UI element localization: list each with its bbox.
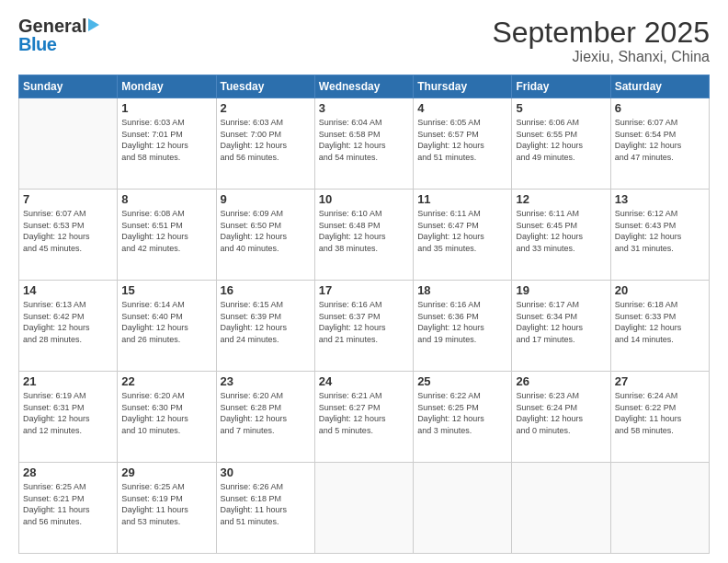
calendar-table: Sunday Monday Tuesday Wednesday Thursday… (18, 75, 710, 554)
calendar-week-row: 14Sunrise: 6:13 AM Sunset: 6:42 PM Dayli… (19, 281, 710, 372)
day-number: 27 (615, 374, 705, 388)
day-info: Sunrise: 6:07 AM Sunset: 6:53 PM Dayligh… (23, 208, 113, 254)
day-number: 30 (221, 465, 311, 479)
day-info: Sunrise: 6:19 AM Sunset: 6:31 PM Dayligh… (23, 390, 113, 436)
col-thursday: Thursday (414, 75, 512, 98)
table-row: 21Sunrise: 6:19 AM Sunset: 6:31 PM Dayli… (19, 372, 118, 463)
day-number: 2 (221, 101, 311, 115)
day-number: 4 (417, 101, 507, 115)
table-row: 20Sunrise: 6:18 AM Sunset: 6:33 PM Dayli… (610, 281, 709, 372)
day-info: Sunrise: 6:06 AM Sunset: 6:55 PM Dayligh… (516, 117, 606, 163)
table-row (314, 463, 413, 554)
day-number: 14 (23, 283, 113, 297)
day-info: Sunrise: 6:17 AM Sunset: 6:34 PM Dayligh… (516, 299, 606, 345)
table-row: 24Sunrise: 6:21 AM Sunset: 6:27 PM Dayli… (314, 372, 413, 463)
col-friday: Friday (512, 75, 610, 98)
svg-marker-0 (88, 18, 99, 31)
day-number: 19 (516, 283, 606, 297)
table-row: 13Sunrise: 6:12 AM Sunset: 6:43 PM Dayli… (610, 190, 709, 281)
calendar-subtitle: Jiexiu, Shanxi, China (492, 49, 710, 65)
calendar-week-row: 7Sunrise: 6:07 AM Sunset: 6:53 PM Daylig… (19, 190, 710, 281)
page: General Blue September 2025 Jiexiu, Shan… (0, 0, 728, 563)
calendar-title: September 2025 (492, 17, 710, 49)
table-row: 23Sunrise: 6:20 AM Sunset: 6:28 PM Dayli… (216, 372, 314, 463)
table-row: 18Sunrise: 6:16 AM Sunset: 6:36 PM Dayli… (414, 281, 512, 372)
day-number: 21 (23, 374, 113, 388)
table-row: 3Sunrise: 6:04 AM Sunset: 6:58 PM Daylig… (314, 98, 413, 190)
calendar-header-row: Sunday Monday Tuesday Wednesday Thursday… (19, 75, 710, 98)
day-info: Sunrise: 6:20 AM Sunset: 6:28 PM Dayligh… (221, 390, 311, 436)
table-row: 19Sunrise: 6:17 AM Sunset: 6:34 PM Dayli… (512, 281, 610, 372)
day-info: Sunrise: 6:25 AM Sunset: 6:19 PM Dayligh… (121, 481, 211, 527)
day-number: 6 (615, 101, 705, 115)
day-number: 1 (121, 101, 211, 115)
table-row: 22Sunrise: 6:20 AM Sunset: 6:30 PM Dayli… (118, 372, 216, 463)
day-info: Sunrise: 6:16 AM Sunset: 6:36 PM Dayligh… (417, 299, 507, 345)
day-info: Sunrise: 6:15 AM Sunset: 6:39 PM Dayligh… (221, 299, 311, 345)
logo-general-text: General (18, 17, 86, 35)
table-row: 7Sunrise: 6:07 AM Sunset: 6:53 PM Daylig… (19, 190, 118, 281)
day-info: Sunrise: 6:11 AM Sunset: 6:47 PM Dayligh… (417, 208, 507, 254)
day-number: 8 (121, 192, 211, 206)
day-info: Sunrise: 6:12 AM Sunset: 6:43 PM Dayligh… (615, 208, 705, 254)
day-info: Sunrise: 6:23 AM Sunset: 6:24 PM Dayligh… (516, 390, 606, 436)
day-number: 22 (121, 374, 211, 388)
col-sunday: Sunday (19, 75, 118, 98)
day-number: 10 (319, 192, 409, 206)
day-info: Sunrise: 6:05 AM Sunset: 6:57 PM Dayligh… (417, 117, 507, 163)
day-info: Sunrise: 6:03 AM Sunset: 7:00 PM Dayligh… (221, 117, 311, 163)
day-number: 18 (417, 283, 507, 297)
col-monday: Monday (118, 75, 216, 98)
day-info: Sunrise: 6:03 AM Sunset: 7:01 PM Dayligh… (121, 117, 211, 163)
col-tuesday: Tuesday (216, 75, 314, 98)
day-number: 17 (319, 283, 409, 297)
day-info: Sunrise: 6:11 AM Sunset: 6:45 PM Dayligh… (516, 208, 606, 254)
col-wednesday: Wednesday (314, 75, 413, 98)
day-info: Sunrise: 6:22 AM Sunset: 6:25 PM Dayligh… (417, 390, 507, 436)
day-number: 16 (221, 283, 311, 297)
day-number: 3 (319, 101, 409, 115)
table-row: 11Sunrise: 6:11 AM Sunset: 6:47 PM Dayli… (414, 190, 512, 281)
day-info: Sunrise: 6:13 AM Sunset: 6:42 PM Dayligh… (23, 299, 113, 345)
table-row: 12Sunrise: 6:11 AM Sunset: 6:45 PM Dayli… (512, 190, 610, 281)
day-info: Sunrise: 6:08 AM Sunset: 6:51 PM Dayligh… (121, 208, 211, 254)
table-row (414, 463, 512, 554)
table-row: 17Sunrise: 6:16 AM Sunset: 6:37 PM Dayli… (314, 281, 413, 372)
day-number: 7 (23, 192, 113, 206)
table-row: 14Sunrise: 6:13 AM Sunset: 6:42 PM Dayli… (19, 281, 118, 372)
table-row: 2Sunrise: 6:03 AM Sunset: 7:00 PM Daylig… (216, 98, 314, 190)
table-row: 26Sunrise: 6:23 AM Sunset: 6:24 PM Dayli… (512, 372, 610, 463)
day-info: Sunrise: 6:25 AM Sunset: 6:21 PM Dayligh… (23, 481, 113, 527)
table-row: 30Sunrise: 6:26 AM Sunset: 6:18 PM Dayli… (216, 463, 314, 554)
logo: General Blue (18, 17, 105, 53)
table-row: 5Sunrise: 6:06 AM Sunset: 6:55 PM Daylig… (512, 98, 610, 190)
day-info: Sunrise: 6:26 AM Sunset: 6:18 PM Dayligh… (221, 481, 311, 527)
day-number: 29 (121, 465, 211, 479)
day-info: Sunrise: 6:16 AM Sunset: 6:37 PM Dayligh… (319, 299, 409, 345)
table-row: 6Sunrise: 6:07 AM Sunset: 6:54 PM Daylig… (610, 98, 709, 190)
day-number: 11 (417, 192, 507, 206)
table-row (610, 463, 709, 554)
day-info: Sunrise: 6:21 AM Sunset: 6:27 PM Dayligh… (319, 390, 409, 436)
table-row (512, 463, 610, 554)
day-number: 13 (615, 192, 705, 206)
day-info: Sunrise: 6:09 AM Sunset: 6:50 PM Dayligh… (221, 208, 311, 254)
table-row (19, 98, 118, 190)
table-row: 10Sunrise: 6:10 AM Sunset: 6:48 PM Dayli… (314, 190, 413, 281)
day-number: 25 (417, 374, 507, 388)
table-row: 28Sunrise: 6:25 AM Sunset: 6:21 PM Dayli… (19, 463, 118, 554)
table-row: 15Sunrise: 6:14 AM Sunset: 6:40 PM Dayli… (118, 281, 216, 372)
day-number: 9 (221, 192, 311, 206)
table-row: 9Sunrise: 6:09 AM Sunset: 6:50 PM Daylig… (216, 190, 314, 281)
day-number: 20 (615, 283, 705, 297)
table-row: 8Sunrise: 6:08 AM Sunset: 6:51 PM Daylig… (118, 190, 216, 281)
table-row: 1Sunrise: 6:03 AM Sunset: 7:01 PM Daylig… (118, 98, 216, 190)
table-row: 29Sunrise: 6:25 AM Sunset: 6:19 PM Dayli… (118, 463, 216, 554)
day-info: Sunrise: 6:24 AM Sunset: 6:22 PM Dayligh… (615, 390, 705, 436)
title-area: September 2025 Jiexiu, Shanxi, China (492, 17, 710, 65)
day-number: 28 (23, 465, 113, 479)
day-number: 24 (319, 374, 409, 388)
day-number: 15 (121, 283, 211, 297)
day-number: 26 (516, 374, 606, 388)
table-row: 16Sunrise: 6:15 AM Sunset: 6:39 PM Dayli… (216, 281, 314, 372)
